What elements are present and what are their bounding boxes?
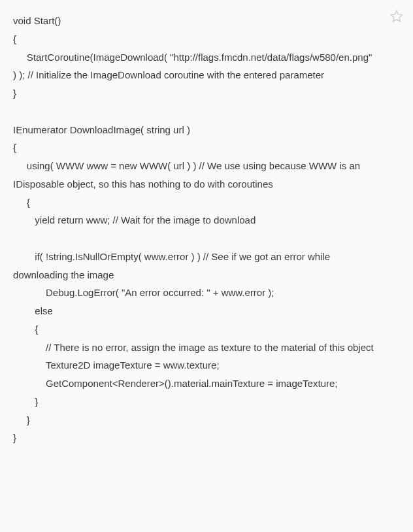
code-line: else [13, 305, 53, 316]
code-line: { [13, 142, 16, 153]
code-line: { [13, 33, 16, 44]
code-line: } [13, 88, 16, 99]
code-line: using( WWW www = new WWW( url ) ) // We … [13, 160, 363, 190]
code-line: IEnumerator DownloadImage( string url ) [13, 124, 190, 135]
code-line: // There is no error, assign the image a… [13, 342, 374, 353]
code-line: yield return www; // Wait for the image … [13, 214, 256, 225]
code-line: } [13, 414, 30, 425]
code-line: void Start() [13, 15, 61, 26]
code-line: { [13, 197, 30, 208]
code-line: Texture2D imageTexture = www.texture; [13, 359, 220, 371]
code-line: Debug.LogError( "An error occurred: " + … [13, 287, 274, 298]
code-line: if( !string.IsNullOrEmpty( www.error ) )… [13, 251, 333, 280]
code-line: } [13, 432, 16, 443]
code-line: StartCoroutine(ImageDownload( "http://fl… [13, 52, 374, 81]
favorite-star-icon[interactable] [389, 9, 404, 24]
code-line: } [13, 396, 38, 407]
code-content: void Start() { StartCoroutine(ImageDownl… [13, 12, 400, 447]
code-line: { [13, 324, 38, 335]
code-line: GetComponent<Renderer>().material.mainTe… [13, 378, 337, 389]
